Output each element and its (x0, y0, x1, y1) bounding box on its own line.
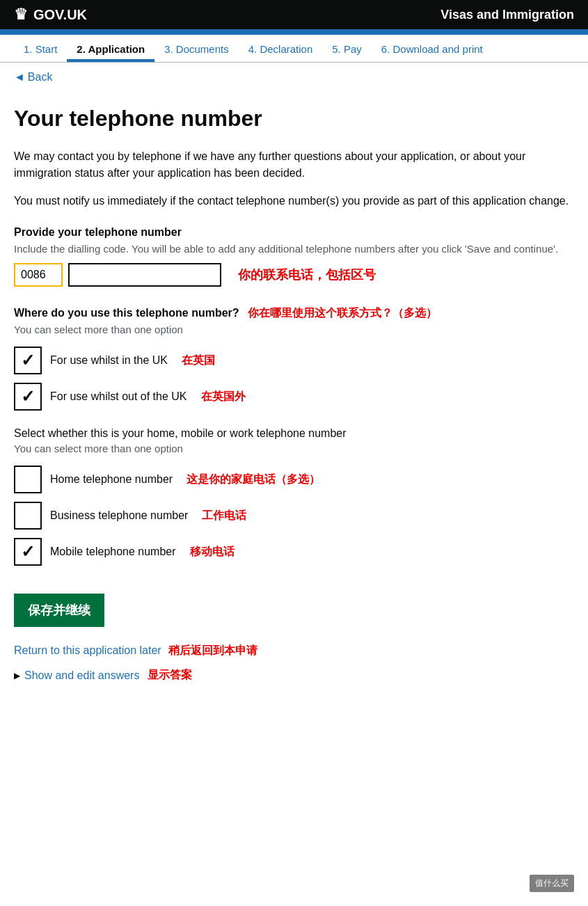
type-question-section: Select whether this is your home, mobile… (14, 427, 574, 566)
checkbox-business: Business telephone number 工作电话 (14, 502, 574, 530)
where-question-section: Where do you use this telephone number? … (14, 306, 574, 411)
checkbox-business-box[interactable] (14, 502, 42, 530)
back-arrow-icon: ◄ (14, 71, 25, 84)
checkbox-uk-box[interactable]: ✓ (14, 347, 42, 374)
where-checkbox-group: ✓ For use whilst in the UK 在英国 ✓ For use… (14, 347, 574, 411)
checkbox-mobile-label: Mobile telephone number (50, 546, 176, 558)
notify-paragraph: You must notify us immediately if the co… (14, 193, 574, 209)
step-application[interactable]: 2. Application (67, 35, 154, 62)
step-declaration[interactable]: 4. Declaration (239, 35, 323, 62)
site-header: ♛ GOV.UK Visas and Immigration (0, 0, 588, 29)
show-answers-row: ▶ Show and edit answers 显示答案 (14, 668, 574, 683)
checkbox-out-uk-label: For use whilst out of the UK (50, 390, 187, 403)
phone-annotation: 你的联系电话，包括区号 (238, 267, 376, 283)
checkbox-mobile: ✓ Mobile telephone number 移动电话 (14, 538, 574, 566)
checkbox-uk-label: For use whilst in the UK (50, 354, 168, 367)
info-paragraph: We may contact you by telephone if we ha… (14, 148, 574, 182)
gov-uk-logo: ♛ GOV.UK (14, 6, 87, 24)
triangle-icon: ▶ (14, 671, 20, 681)
phone-field-label: Provide your telephone number (14, 226, 574, 239)
where-question-label: Where do you use this telephone number? … (14, 306, 574, 321)
main-content: Your telephone number We may contact you… (0, 92, 588, 704)
type-checkbox-group: Home telephone number 这是你的家庭电话（多选） Busin… (14, 466, 574, 566)
back-link-container: ◄ Back (0, 63, 588, 92)
checkbox-mobile-annotation: 移动电话 (190, 545, 235, 559)
show-answers-link[interactable]: ▶ Show and edit answers 显示答案 (14, 668, 574, 683)
checkbox-home-annotation: 这是你的家庭电话（多选） (186, 472, 320, 487)
site-title: Visas and Immigration (440, 8, 574, 22)
phone-field-section: Provide your telephone number Include th… (14, 226, 574, 287)
phone-input-row: 你的联系电话，包括区号 (14, 263, 574, 287)
checkbox-out-uk-box[interactable]: ✓ (14, 383, 42, 411)
checkbox-business-annotation: 工作电话 (202, 509, 246, 523)
step-documents[interactable]: 3. Documents (154, 35, 239, 62)
checkbox-uk: ✓ For use whilst in the UK 在英国 (14, 347, 574, 374)
phone-number-input[interactable] (68, 263, 221, 287)
step-pay[interactable]: 5. Pay (322, 35, 372, 62)
checkbox-out-uk-annotation: 在英国外 (201, 390, 246, 404)
step-start[interactable]: 1. Start (14, 35, 67, 62)
phone-field-hint: Include the dialling code. You will be a… (14, 241, 574, 256)
crown-icon: ♛ (14, 6, 28, 24)
back-link[interactable]: Back (28, 71, 53, 84)
checkmark-out-uk: ✓ (21, 387, 35, 406)
checkmark-mobile: ✓ (21, 542, 35, 562)
page-title: Your telephone number (14, 106, 574, 132)
checkbox-out-uk: ✓ For use whilst out of the UK 在英国外 (14, 383, 574, 411)
checkbox-home-box[interactable] (14, 466, 42, 493)
checkbox-uk-annotation: 在英国 (182, 353, 215, 368)
step-download[interactable]: 6. Download and print (372, 35, 493, 62)
type-question-label: Select whether this is your home, mobile… (14, 427, 574, 440)
checkbox-home-label: Home telephone number (50, 473, 173, 486)
checkbox-mobile-box[interactable]: ✓ (14, 538, 42, 566)
save-continue-button[interactable]: 保存并继续 (14, 594, 104, 627)
checkbox-home: Home telephone number 这是你的家庭电话（多选） (14, 466, 574, 493)
return-link[interactable]: Return to this application later 稍后返回到本申… (14, 644, 574, 658)
where-hint: You can select more than one option (14, 324, 574, 335)
blue-bar (0, 29, 588, 35)
step-navigation: 1. Start 2. Application 3. Documents 4. … (0, 35, 588, 63)
return-link-row: Return to this application later 稍后返回到本申… (14, 644, 574, 658)
phone-code-input[interactable] (14, 263, 63, 287)
where-annotation: 你在哪里使用这个联系方式？（多选） (248, 307, 437, 319)
checkbox-business-label: Business telephone number (50, 509, 188, 522)
type-question-hint: You can select more than one option (14, 443, 574, 454)
logo-text: GOV.UK (33, 7, 87, 23)
show-answers-annotation: 显示答案 (148, 668, 192, 683)
return-link-annotation: 稍后返回到本申请 (168, 644, 257, 656)
checkmark-uk: ✓ (21, 351, 35, 370)
